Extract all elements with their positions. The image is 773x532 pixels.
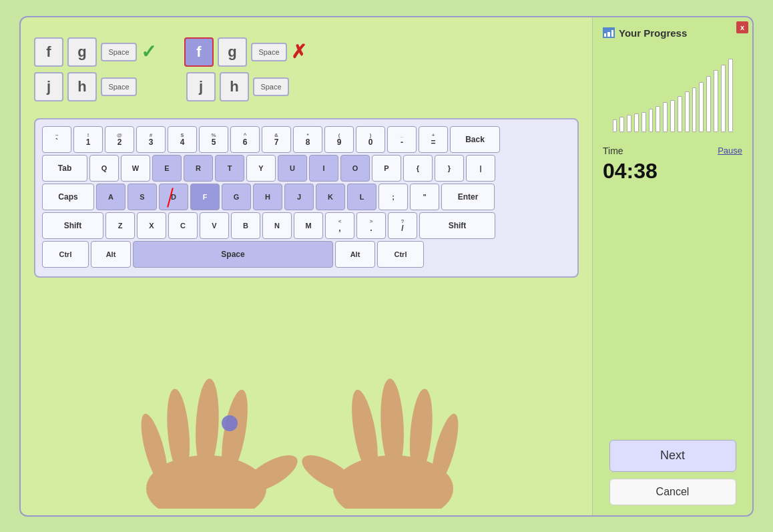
kb-key-o[interactable]: O bbox=[340, 155, 370, 182]
key-space-right: Space bbox=[251, 43, 287, 61]
kb-key-2[interactable]: @2 bbox=[105, 126, 134, 153]
progress-icon bbox=[603, 27, 615, 38]
chart-bar bbox=[619, 117, 624, 132]
progress-chart bbox=[613, 45, 733, 132]
kb-key-r[interactable]: R bbox=[184, 155, 213, 182]
key-f-right: f bbox=[184, 37, 214, 67]
chart-bar bbox=[649, 109, 654, 132]
kb-key-e[interactable]: E bbox=[152, 155, 182, 182]
chart-bar bbox=[627, 115, 631, 132]
next-button[interactable]: Next bbox=[609, 440, 736, 472]
kb-key-slash[interactable]: ?/ bbox=[388, 212, 417, 239]
kb-key-8[interactable]: *8 bbox=[293, 126, 322, 153]
time-label: Time bbox=[603, 146, 623, 156]
kb-key-pipe[interactable]: | bbox=[466, 155, 495, 182]
kb-key-h[interactable]: H bbox=[253, 184, 282, 210]
kb-key-3[interactable]: #3 bbox=[136, 126, 166, 153]
chart-bar bbox=[663, 102, 668, 132]
kb-row-shift: Shift Z X C V B N M <, >. ?/ Shift bbox=[42, 212, 571, 239]
chart-bar bbox=[634, 113, 639, 132]
keyboard: ~` !1 @2 #3 $4 %5 ^6 &7 *8 (9 )0 _- += B… bbox=[34, 118, 579, 278]
cancel-button[interactable]: Cancel bbox=[609, 479, 736, 505]
kb-key-x[interactable]: X bbox=[137, 212, 166, 239]
kb-key-w[interactable]: W bbox=[121, 155, 150, 182]
kb-key-l[interactable]: L bbox=[347, 184, 376, 210]
kb-key-space[interactable]: Space bbox=[133, 241, 333, 268]
lesson-area: f g Space ✓ f g Space ✗ j h Space bbox=[34, 37, 579, 101]
kb-key-4[interactable]: $4 bbox=[168, 126, 197, 153]
key-space2-right: Space bbox=[253, 77, 289, 96]
kb-row-numbers: ~` !1 @2 #3 $4 %5 ^6 &7 *8 (9 )0 _- += B… bbox=[42, 126, 571, 153]
key-h-right: h bbox=[220, 72, 249, 101]
kb-key-s[interactable]: S bbox=[127, 184, 157, 210]
chart-bar bbox=[641, 112, 646, 132]
kb-key-k[interactable]: K bbox=[316, 184, 345, 210]
key-space2-left: Space bbox=[101, 77, 137, 96]
chart-bar bbox=[721, 65, 726, 132]
kb-key-f[interactable]: F bbox=[190, 184, 220, 210]
kb-key-tab[interactable]: Tab bbox=[42, 155, 87, 182]
pause-link[interactable]: Pause bbox=[718, 146, 742, 156]
key-f-left: f bbox=[34, 37, 63, 67]
kb-key-0[interactable]: )0 bbox=[356, 126, 385, 153]
check-mark: ✓ bbox=[141, 41, 156, 63]
kb-key-a[interactable]: A bbox=[96, 184, 125, 210]
kb-key-9[interactable]: (9 bbox=[324, 126, 354, 153]
kb-key-i[interactable]: I bbox=[309, 155, 338, 182]
kb-key-caps[interactable]: Caps bbox=[42, 184, 94, 210]
kb-key-y[interactable]: Y bbox=[246, 155, 276, 182]
kb-key-1[interactable]: !1 bbox=[73, 126, 103, 153]
kb-key-comma[interactable]: <, bbox=[325, 212, 354, 239]
kb-key-shift-left[interactable]: Shift bbox=[42, 212, 103, 239]
kb-key-semi[interactable]: ; bbox=[378, 184, 408, 210]
kb-key-minus[interactable]: _- bbox=[387, 126, 417, 153]
kb-key-n[interactable]: N bbox=[262, 212, 292, 239]
kb-key-back[interactable]: Back bbox=[450, 126, 500, 153]
close-button[interactable]: x bbox=[736, 21, 748, 33]
chart-bar bbox=[678, 96, 682, 132]
kb-key-6[interactable]: ^6 bbox=[230, 126, 260, 153]
kb-key-shift-right[interactable]: Shift bbox=[419, 212, 495, 239]
kb-key-tilde[interactable]: ~` bbox=[42, 126, 71, 153]
time-display: 04:38 bbox=[603, 159, 742, 184]
kb-key-c[interactable]: C bbox=[168, 212, 198, 239]
kb-key-b[interactable]: B bbox=[231, 212, 260, 239]
kb-key-enter[interactable]: Enter bbox=[441, 184, 495, 210]
kb-key-v[interactable]: V bbox=[200, 212, 229, 239]
lesson-row-2: j h Space j h Space bbox=[34, 72, 579, 101]
chart-bar bbox=[613, 119, 617, 132]
kb-key-alt-right[interactable]: Alt bbox=[335, 241, 375, 268]
key-space-left: Space bbox=[101, 43, 137, 61]
kb-key-z[interactable]: Z bbox=[105, 212, 135, 239]
kb-key-equals[interactable]: += bbox=[419, 126, 448, 153]
kb-key-t[interactable]: T bbox=[215, 155, 244, 182]
kb-key-j[interactable]: J bbox=[284, 184, 314, 210]
kb-row-bottom: Ctrl Alt Space Alt Ctrl bbox=[42, 241, 571, 268]
kb-key-7[interactable]: &7 bbox=[262, 126, 291, 153]
kb-key-rbracket[interactable]: } bbox=[435, 155, 464, 182]
chart-bar bbox=[692, 87, 697, 132]
kb-key-u[interactable]: U bbox=[278, 155, 307, 182]
kb-key-quote[interactable]: " bbox=[410, 184, 439, 210]
time-header: Time Pause bbox=[603, 146, 742, 156]
kb-key-lbracket[interactable]: { bbox=[403, 155, 433, 182]
key-j-left: j bbox=[34, 72, 63, 101]
svg-point-6 bbox=[222, 415, 238, 431]
kb-key-ctrl-left[interactable]: Ctrl bbox=[42, 241, 89, 268]
chart-bar bbox=[656, 106, 660, 132]
hands-svg bbox=[73, 375, 540, 509]
key-j-right: j bbox=[186, 72, 216, 101]
kb-row-qwerty: Tab Q W E R T Y U I O P { } | bbox=[42, 155, 571, 182]
key-g-left: g bbox=[67, 37, 97, 67]
kb-key-p[interactable]: P bbox=[372, 155, 401, 182]
kb-key-m[interactable]: M bbox=[294, 212, 323, 239]
kb-key-g[interactable]: G bbox=[222, 184, 251, 210]
kb-key-5[interactable]: %5 bbox=[199, 126, 228, 153]
left-panel: f g Space ✓ f g Space ✗ j h Space bbox=[21, 17, 592, 515]
kb-key-ctrl-right[interactable]: Ctrl bbox=[377, 241, 424, 268]
kb-key-q[interactable]: Q bbox=[89, 155, 119, 182]
kb-key-d[interactable]: D bbox=[159, 184, 188, 210]
kb-key-alt-left[interactable]: Alt bbox=[91, 241, 131, 268]
kb-key-period[interactable]: >. bbox=[356, 212, 386, 239]
kb-row-asdf: Caps A S D F G H J K L ; " Enter bbox=[42, 184, 571, 210]
